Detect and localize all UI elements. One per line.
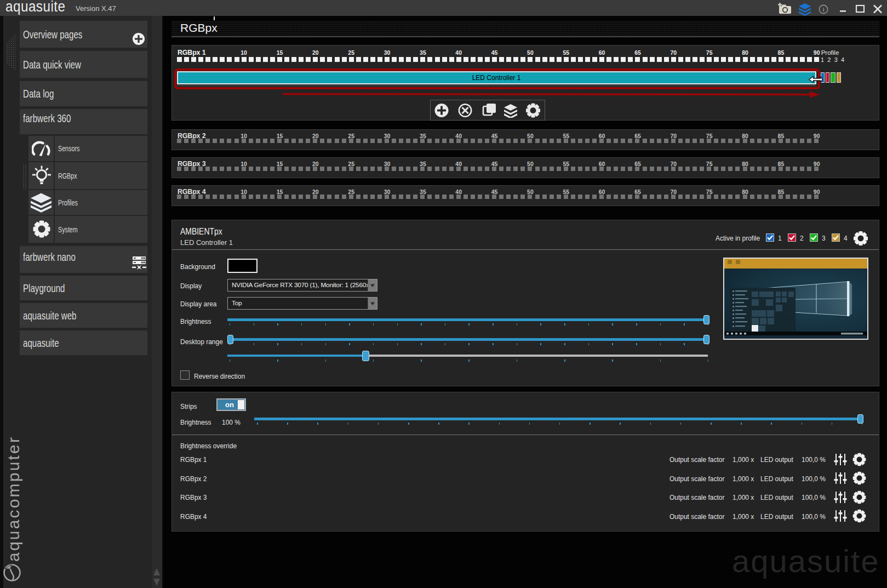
svg-text:i: i [822,6,824,13]
